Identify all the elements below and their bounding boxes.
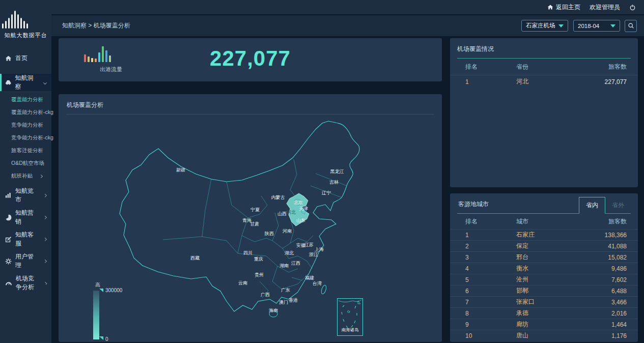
bar-chart-icon: [5, 192, 12, 198]
search-icon: [628, 22, 634, 29]
province-label: 吉林: [329, 180, 339, 185]
province-label: 河北: [287, 210, 296, 215]
submenu-item[interactable]: 竞争能力分析-ckg: [0, 131, 51, 144]
table-row: 5沧州7,602: [450, 274, 638, 285]
sidebar-item-edit[interactable]: 知航客服: [0, 231, 51, 248]
name-cell: 邯郸: [501, 287, 572, 295]
sidebar-item-pie-chart[interactable]: 知航营销: [0, 209, 51, 226]
province-label: 西藏: [190, 255, 200, 261]
welcome-user[interactable]: 欢迎管理员: [590, 3, 620, 12]
departure-traffic-value: 227,077: [59, 46, 442, 71]
sidebar-item-gauge[interactable]: 机场竞争分析: [0, 274, 51, 292]
return-home-label: 返回主页: [556, 3, 580, 12]
submenu-item[interactable]: 竞争能力分析: [0, 119, 51, 131]
table-row: 1河北227,077: [450, 75, 638, 88]
province-label: 四川: [243, 250, 253, 255]
submenu-item[interactable]: 航班补贴: [0, 169, 51, 182]
name-cell: 石家庄: [501, 231, 572, 239]
coverage-table-body: 1河北227,077: [450, 75, 638, 88]
submenu-item[interactable]: 覆盖能力分析-ckg: [0, 106, 51, 119]
sidebar-item-insight[interactable]: 知航洞察: [0, 74, 51, 91]
sidebar-item-label: 机场竞争分析: [16, 274, 38, 292]
tab-in-province[interactable]: 省内: [579, 197, 605, 214]
source-panel-title: 客源地城市: [457, 193, 579, 213]
table-row: 6邯郸6,488: [450, 285, 638, 296]
edit-icon: [5, 236, 12, 243]
china-map[interactable]: 新疆黑龙江吉林辽宁内蒙古北京天津河北山西山东河南陕西宁夏青海甘肃西藏四川重庆贵州…: [59, 108, 442, 342]
province-label: 江西: [291, 261, 300, 266]
chevron-right-icon: [44, 281, 47, 284]
province-label: 澳门: [279, 300, 288, 305]
col-rank: 排名: [450, 217, 501, 226]
car-icon: [5, 79, 12, 85]
province-label: 重庆: [254, 256, 263, 262]
value-cell: 6,488: [572, 288, 638, 295]
name-cell: 沧州: [501, 275, 572, 284]
name-cell: 唐山: [501, 331, 572, 340]
legend-high-label: 高: [95, 281, 100, 289]
legend-max-marker: [99, 289, 103, 292]
chevron-right-icon: [39, 175, 43, 178]
province-label: 浙江: [309, 252, 318, 257]
coverage-table-header: 排名 省份 旅客数: [450, 59, 638, 75]
sidebar-item-label: 首页: [15, 54, 27, 63]
breadcrumb-bar: 知航洞察 > 机场覆盖分析 石家庄机场 2018-04: [51, 15, 644, 36]
province-label: 广西: [261, 292, 270, 297]
pie-chart-icon: [5, 214, 12, 221]
province-label: 广东: [281, 288, 290, 293]
rank-cell: 2: [450, 243, 501, 250]
table-row: 7张家口3,466: [450, 296, 638, 307]
table-row: 8承德2,016: [450, 307, 638, 319]
name-cell: 衡水: [501, 264, 572, 273]
topbar: 返回主页 欢迎管理员: [51, 0, 644, 14]
tab-out-province[interactable]: 省外: [605, 197, 631, 213]
submenu-item[interactable]: 旅客迁徙分析: [0, 144, 51, 157]
province-label: 内蒙古: [271, 195, 285, 200]
value-cell: 227,077: [572, 78, 638, 85]
rank-cell: 1: [450, 78, 501, 85]
province-label: 上海: [315, 247, 324, 252]
province-label: 云南: [238, 280, 247, 285]
sidebar-item-home[interactable]: 首页: [0, 49, 51, 67]
return-home-link[interactable]: 返回主页: [547, 3, 580, 12]
gauge-icon: [5, 280, 12, 286]
province-label: 天津: [299, 206, 308, 211]
chevron-right-icon: [43, 194, 47, 197]
province-label: 海南: [269, 308, 278, 313]
power-icon: [629, 4, 636, 11]
rank-cell: 7: [450, 299, 501, 306]
province-label: 甘肃: [250, 221, 259, 226]
col-passengers: 旅客数: [572, 217, 638, 226]
table-row: 2保定41,088: [450, 240, 638, 251]
period-select[interactable]: 2018-04: [573, 20, 620, 32]
airport-select-value: 石家庄机场: [526, 22, 555, 30]
welcome-label: 欢迎管理员: [590, 3, 620, 12]
submenu-item[interactable]: 覆盖能力分析: [0, 93, 51, 106]
sidebar-item-label: 知航览市: [15, 187, 37, 204]
sidebar-item-label: 用户管理: [15, 252, 37, 270]
sidebar-item-bar-chart[interactable]: 知航览市: [0, 187, 51, 204]
coverage-panel-title: 机场覆盖情况: [450, 38, 638, 58]
col-passengers: 旅客数: [572, 63, 638, 71]
logout-button[interactable]: [629, 4, 636, 11]
airport-select[interactable]: 石家庄机场: [521, 20, 568, 32]
sidebar-item-gear[interactable]: 用户管理: [0, 252, 51, 270]
sidebar-item-label: 知航营销: [15, 209, 37, 226]
value-cell: 138,366: [572, 232, 638, 239]
search-button[interactable]: [625, 20, 637, 32]
airport-coverage-panel: 机场覆盖情况 排名 省份 旅客数 1河北227,077: [450, 38, 638, 187]
col-rank: 排名: [450, 63, 501, 71]
value-cell: 15,082: [572, 254, 638, 261]
submenu-item[interactable]: O&D航空市场: [0, 157, 51, 169]
rank-cell: 6: [450, 288, 501, 295]
legend-gradient-bar: [93, 291, 99, 339]
rank-cell: 4: [450, 265, 501, 272]
chevron-down-icon: [558, 24, 564, 27]
value-cell: 1,176: [572, 332, 638, 339]
airport-coverage-map-panel: 机场覆盖分析: [59, 94, 442, 342]
home-icon: [5, 55, 12, 62]
legend-max-value: 300000: [105, 288, 122, 293]
col-city: 城市: [501, 217, 572, 226]
south-china-sea-inset: 南海诸岛: [337, 298, 363, 336]
value-cell: 41,088: [572, 243, 638, 250]
